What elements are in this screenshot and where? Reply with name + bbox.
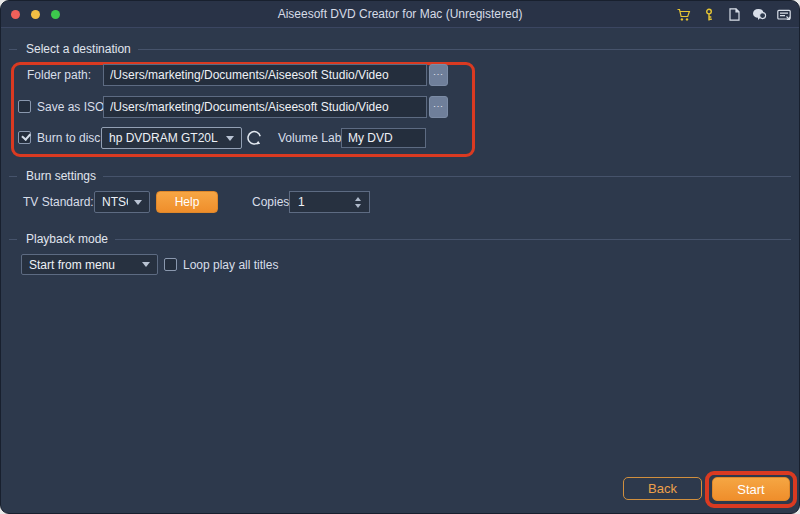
copies-stepper[interactable]: 1: [289, 191, 370, 213]
section-title: Burn settings: [26, 169, 96, 183]
chevron-down-icon: [142, 262, 150, 267]
copies-label: Copies:: [252, 191, 293, 213]
feedback-icon[interactable]: [751, 7, 767, 23]
tv-standard-label: TV Standard:: [23, 191, 94, 213]
refresh-drives-button[interactable]: [245, 128, 265, 148]
minimize-button[interactable]: [31, 10, 40, 19]
playback-mode-select[interactable]: Start from menu: [21, 254, 158, 275]
stepper-down-icon[interactable]: [355, 204, 361, 208]
document-icon[interactable]: [726, 7, 742, 23]
folder-browse-button[interactable]: ...: [429, 64, 448, 86]
tv-standard-select[interactable]: NTSC: [94, 191, 150, 213]
playback-mode-value: Start from menu: [29, 258, 136, 272]
save-iso-checkbox[interactable]: [18, 100, 31, 113]
key-icon[interactable]: [701, 7, 717, 23]
traffic-lights: [11, 1, 60, 28]
titlebar-toolbar: [676, 1, 792, 28]
volume-label-input[interactable]: [341, 128, 426, 148]
section-select-destination: Select a destination: [9, 42, 791, 56]
folder-path-label: Folder path:: [27, 64, 91, 86]
chevron-down-icon: [226, 136, 234, 141]
loop-play-label: Loop play all titles: [183, 254, 278, 276]
refresh-icon: [245, 128, 265, 148]
help-button[interactable]: Help: [156, 191, 218, 213]
iso-browse-button[interactable]: ...: [429, 96, 448, 118]
folder-path-input[interactable]: [103, 64, 427, 86]
loop-play-checkbox[interactable]: [164, 258, 177, 271]
section-title: Playback mode: [26, 232, 108, 246]
drive-select-value: hp DVDRAM GT20L DC05: [109, 131, 220, 145]
section-playback-mode: Playback mode: [9, 232, 791, 246]
zoom-button[interactable]: [51, 10, 60, 19]
save-iso-label: Save as ISO: [37, 96, 104, 118]
start-button[interactable]: Start: [712, 477, 790, 501]
copies-value: 1: [298, 195, 305, 209]
back-button[interactable]: Back: [623, 477, 702, 500]
drive-select[interactable]: hp DVDRAM GT20L DC05: [101, 127, 242, 149]
app-window: Aiseesoft DVD Creator for Mac (Unregiste…: [0, 0, 800, 514]
register-menu-icon[interactable]: [776, 7, 792, 23]
chevron-down-icon: [134, 200, 142, 205]
section-title: Select a destination: [26, 42, 131, 56]
close-button[interactable]: [11, 10, 20, 19]
burn-to-disc-label: Burn to disc: [37, 127, 100, 149]
titlebar: Aiseesoft DVD Creator for Mac (Unregiste…: [1, 1, 799, 28]
section-burn-settings: Burn settings: [9, 169, 791, 183]
stepper-arrows-icon[interactable]: [355, 197, 361, 208]
tv-standard-value: NTSC: [102, 195, 128, 209]
iso-path-input[interactable]: [103, 96, 427, 118]
stepper-up-icon[interactable]: [355, 197, 361, 201]
burn-to-disc-checkbox[interactable]: [18, 131, 31, 144]
cart-icon[interactable]: [676, 7, 692, 23]
